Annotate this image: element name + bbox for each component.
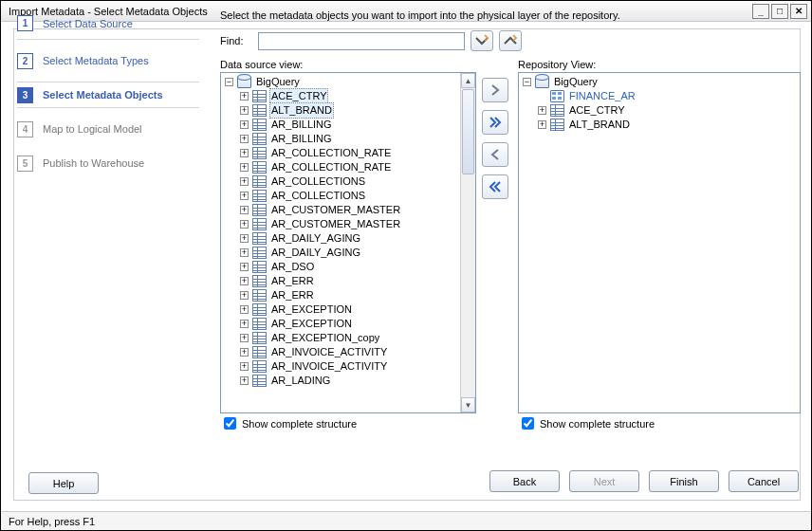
repository-view-column: Repository View: −BigQueryFINANCE_AR+ACE… bbox=[518, 59, 801, 427]
expand-icon[interactable]: + bbox=[240, 120, 249, 129]
tree-item[interactable]: +AR_BILLING bbox=[223, 118, 475, 132]
tree-item[interactable]: +ACE_CTRY bbox=[223, 89, 475, 103]
tree-item[interactable]: +AR_EXCEPTION bbox=[223, 317, 475, 331]
tree-item-label: AR_BILLING bbox=[269, 132, 334, 146]
data-source-tree[interactable]: −BigQuery+ACE_CTRY+ALT_BRAND+AR_BILLING+… bbox=[220, 72, 476, 413]
tree-item[interactable]: +AR_LADING bbox=[223, 374, 475, 388]
tree-item[interactable]: +AR_ERR bbox=[223, 274, 475, 288]
step-number: 1 bbox=[17, 15, 33, 31]
expand-icon[interactable]: + bbox=[240, 277, 249, 285]
tree-item[interactable]: +AR_DAILY_AGING bbox=[223, 246, 475, 260]
find-input[interactable] bbox=[258, 32, 465, 50]
tree-item[interactable]: +AR_COLLECTION_RATE bbox=[223, 160, 475, 174]
collapse-icon[interactable]: − bbox=[225, 78, 233, 86]
tree-root[interactable]: −BigQuery bbox=[223, 75, 475, 89]
finish-button[interactable]: Finish bbox=[649, 470, 719, 492]
tree-item-label: AR_LADING bbox=[269, 374, 332, 388]
double-chevron-left-icon bbox=[489, 180, 502, 193]
cancel-button[interactable]: Cancel bbox=[729, 470, 799, 492]
tree-root[interactable]: −BigQuery bbox=[521, 75, 800, 89]
step-select-metadata-types[interactable]: 2 Select Metadata Types bbox=[17, 47, 199, 74]
expand-icon[interactable]: + bbox=[240, 192, 249, 200]
tree-item[interactable]: +AR_DAILY_AGING bbox=[223, 231, 475, 246]
tree-item[interactable]: +AR_INVOICE_ACTIVITY bbox=[223, 345, 475, 359]
move-all-left-button[interactable] bbox=[482, 174, 508, 199]
chevron-left-icon bbox=[489, 148, 502, 161]
repository-tree[interactable]: −BigQueryFINANCE_AR+ACE_CTRY+ALT_BRAND bbox=[518, 72, 801, 413]
step-select-metadata-objects[interactable]: 3 Select Metadata Objects bbox=[17, 82, 199, 108]
expand-icon[interactable]: + bbox=[240, 248, 249, 257]
scroll-down-button[interactable]: ▼ bbox=[461, 397, 475, 412]
tree-item-label: AR_INVOICE_ACTIVITY bbox=[269, 359, 389, 374]
tree-item[interactable]: +AR_EXCEPTION bbox=[223, 302, 475, 317]
expand-icon[interactable]: + bbox=[240, 206, 249, 214]
expand-icon[interactable]: + bbox=[538, 120, 546, 129]
tree-item-label: AR_ERR bbox=[269, 274, 316, 288]
tree-item[interactable]: +AR_COLLECTIONS bbox=[223, 174, 475, 189]
tree-item[interactable]: +AR_EXCEPTION_copy bbox=[223, 331, 475, 345]
expand-icon[interactable]: + bbox=[240, 163, 249, 172]
expand-icon[interactable]: + bbox=[240, 362, 249, 371]
step-select-data-source[interactable]: 1 Select Data Source bbox=[17, 13, 199, 40]
wizard-steps: 1 Select Data Source 2 Select Metadata T… bbox=[0, 0, 209, 469]
data-source-view-label: Data source view: bbox=[220, 59, 476, 70]
tree-item-label: AR_COLLECTIONS bbox=[269, 174, 367, 189]
expand-icon[interactable]: + bbox=[240, 291, 249, 300]
find-up-button[interactable] bbox=[499, 30, 522, 51]
tree-item[interactable]: +AR_CUSTOMER_MASTER bbox=[223, 217, 475, 231]
tree-item-label: AR_EXCEPTION bbox=[269, 317, 354, 331]
expand-icon[interactable]: + bbox=[240, 135, 249, 143]
expand-icon[interactable]: + bbox=[240, 320, 249, 328]
move-all-right-button[interactable] bbox=[482, 110, 508, 135]
tree-item[interactable]: +AR_BILLING bbox=[223, 132, 475, 146]
tree-item[interactable]: +AR_COLLECTIONS bbox=[223, 189, 475, 203]
expand-icon[interactable]: + bbox=[240, 263, 249, 271]
step-label: Select Metadata Types bbox=[43, 55, 149, 66]
tree-item-label: ALT_BRAND bbox=[269, 102, 334, 119]
expand-icon[interactable]: + bbox=[240, 177, 249, 186]
tree-item[interactable]: +AR_ERR bbox=[223, 288, 475, 302]
expand-icon[interactable]: + bbox=[240, 305, 249, 314]
expand-icon[interactable]: + bbox=[240, 106, 249, 115]
table-icon bbox=[252, 119, 267, 131]
tree-item[interactable]: +AR_CUSTOMER_MASTER bbox=[223, 203, 475, 217]
move-right-button[interactable] bbox=[482, 78, 508, 102]
expand-icon[interactable]: + bbox=[240, 220, 249, 229]
table-icon bbox=[252, 346, 267, 358]
show-complete-structure-left-checkbox[interactable] bbox=[224, 417, 236, 430]
expand-icon[interactable]: + bbox=[240, 234, 249, 243]
expand-icon[interactable]: + bbox=[240, 376, 249, 385]
tree-item[interactable]: +ALT_BRAND bbox=[223, 103, 475, 118]
tree-item[interactable]: +ALT_BRAND bbox=[521, 118, 800, 132]
find-down-button[interactable] bbox=[471, 30, 493, 51]
expand-icon[interactable]: + bbox=[538, 106, 546, 115]
table-icon bbox=[252, 332, 267, 344]
move-left-button[interactable] bbox=[482, 142, 508, 167]
table-icon bbox=[252, 104, 267, 117]
find-label: Find: bbox=[220, 35, 258, 46]
scroll-up-button[interactable]: ▲ bbox=[461, 73, 475, 88]
expand-icon[interactable]: + bbox=[240, 348, 249, 357]
expand-icon[interactable]: + bbox=[240, 334, 249, 342]
table-icon bbox=[252, 303, 267, 316]
help-button[interactable]: Help bbox=[28, 472, 99, 494]
collapse-icon[interactable]: − bbox=[523, 78, 531, 86]
expand-icon[interactable]: + bbox=[240, 92, 249, 101]
tree-item[interactable]: +ACE_CTRY bbox=[521, 103, 800, 118]
tree-item[interactable]: +AR_COLLECTION_RATE bbox=[223, 146, 475, 160]
status-bar: For Help, press F1 bbox=[1, 511, 811, 530]
instruction-text: Select the metadata objects you want to … bbox=[220, 9, 801, 21]
show-complete-structure-right-checkbox[interactable] bbox=[522, 417, 534, 430]
table-icon bbox=[252, 232, 267, 245]
scroll-thumb[interactable] bbox=[462, 89, 474, 174]
expand-icon[interactable]: + bbox=[240, 149, 249, 157]
scrollbar[interactable]: ▲ ▼ bbox=[460, 73, 475, 412]
main-panel: Select the metadata objects you want to … bbox=[209, 0, 812, 469]
double-chevron-right-icon bbox=[489, 116, 502, 129]
tree-item-label: AR_BILLING bbox=[269, 118, 334, 132]
tree-item[interactable]: +AR_INVOICE_ACTIVITY bbox=[223, 359, 475, 374]
back-button[interactable]: Back bbox=[489, 470, 560, 492]
step-map-to-logical-model: 4 Map to Logical Model bbox=[17, 116, 199, 142]
tree-schema[interactable]: FINANCE_AR bbox=[521, 89, 800, 103]
tree-item[interactable]: +AR_DSO bbox=[223, 260, 475, 274]
